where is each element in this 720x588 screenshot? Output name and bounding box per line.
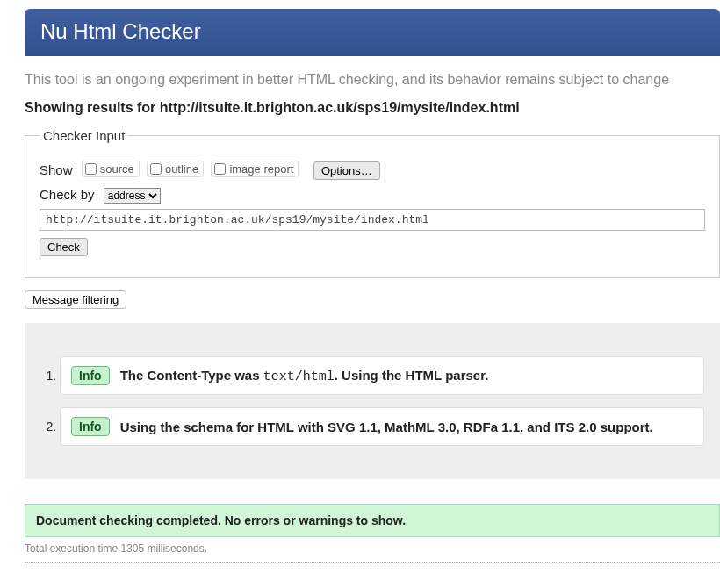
message-item: Info Using the schema for HTML with SVG … (60, 407, 704, 446)
message-box: Info Using the schema for HTML with SVG … (60, 407, 704, 446)
intro-text: This tool is an ongoing experiment in be… (25, 72, 720, 88)
address-input[interactable] (40, 209, 705, 231)
check-button[interactable]: Check (40, 238, 88, 256)
success-banner: Document checking completed. No errors o… (25, 504, 720, 537)
checker-input-legend: Checker Input (40, 128, 128, 143)
page-header: Nu Html Checker (25, 9, 720, 56)
page-title: Nu Html Checker (40, 19, 704, 44)
show-label: Show (40, 162, 73, 177)
show-row: Show source outline image report Options… (40, 161, 705, 180)
check-by-select[interactable]: address (104, 188, 161, 204)
checkbox-source[interactable] (85, 163, 97, 175)
options-button[interactable]: Options… (313, 161, 380, 180)
execution-time: Total execution time 1305 milliseconds. (25, 537, 720, 563)
messages-list: Info The Content-Type was text/html. Usi… (40, 356, 704, 446)
info-badge: Info (71, 366, 110, 385)
results-url: http://itsuite.it.brighton.ac.uk/sps19/m… (160, 100, 520, 115)
messages-panel: Info The Content-Type was text/html. Usi… (25, 323, 720, 479)
checker-input-fieldset: Checker Input Show source outline image … (25, 128, 720, 278)
check-by-label: Check by (40, 187, 95, 202)
checkbox-source-group[interactable]: source (82, 161, 140, 177)
message-box: Info The Content-Type was text/html. Usi… (60, 356, 704, 395)
checkbox-source-label: source (100, 162, 134, 176)
info-badge: Info (71, 417, 110, 436)
checkbox-image-report[interactable] (214, 163, 226, 175)
results-for: Showing results for http://itsuite.it.br… (25, 100, 720, 116)
message-text: The Content-Type was text/html. Using th… (120, 368, 489, 384)
checkbox-outline[interactable] (150, 163, 162, 175)
results-prefix: Showing results for (25, 100, 160, 115)
check-by-row: Check by address (40, 187, 705, 231)
message-text: Using the schema for HTML with SVG 1.1, … (120, 419, 653, 434)
checkbox-image-report-label: image report (229, 162, 293, 176)
message-item: Info The Content-Type was text/html. Usi… (60, 356, 704, 395)
message-filtering-button[interactable]: Message filtering (25, 290, 126, 309)
check-row: Check (40, 238, 705, 256)
checkbox-image-report-group[interactable]: image report (211, 161, 299, 177)
checkbox-outline-group[interactable]: outline (147, 161, 204, 177)
checkbox-outline-label: outline (165, 162, 198, 176)
